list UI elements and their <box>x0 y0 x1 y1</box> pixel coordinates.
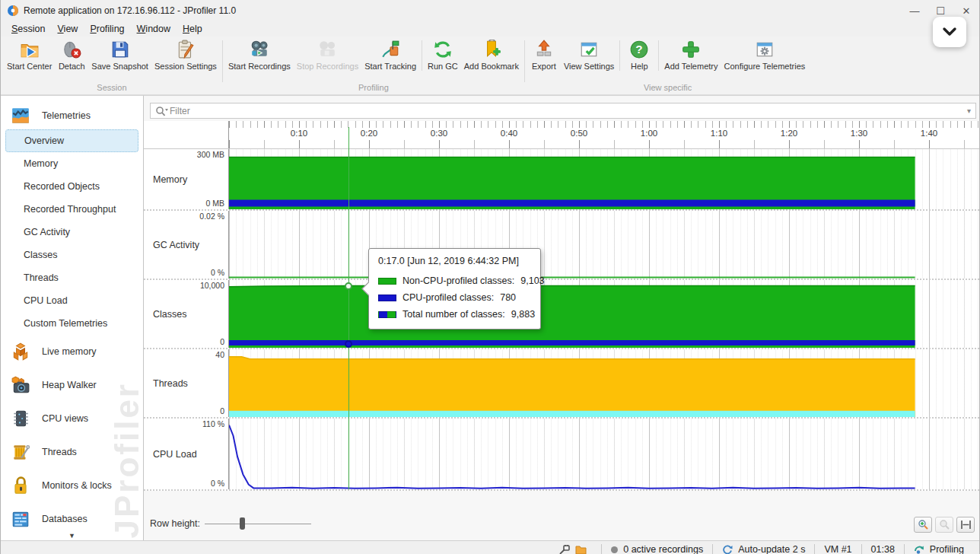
chevron-down-icon <box>941 27 958 37</box>
zoom-out-icon <box>939 519 950 530</box>
minimize-button[interactable]: — <box>902 0 928 21</box>
threads-chart[interactable] <box>229 349 979 417</box>
time-axis[interactable]: 0:100:200:300:400:501:001:101:201:301:40 <box>229 121 979 148</box>
sidebar-item-overview[interactable]: Overview <box>5 129 138 152</box>
menu-window[interactable]: Window <box>131 22 177 36</box>
start-tracking-button[interactable]: Start Tracking <box>361 37 419 83</box>
heap-walker-icon <box>10 375 31 395</box>
jprofiler-window: Remote application on 172.16.96.112 - JP… <box>0 0 980 554</box>
filter-input[interactable] <box>168 105 964 117</box>
toolbar-group-label: Profiling <box>224 83 523 94</box>
row-height-slider[interactable] <box>205 517 311 530</box>
button-label: Start Tracking <box>364 62 416 71</box>
zoom-in-button[interactable] <box>914 517 932 533</box>
time-axis-labels: 0:100:200:300:400:501:001:101:201:301:40 <box>229 129 979 139</box>
telemetry-row-gc-activity: GC Activity 0.02 % 0 % <box>144 211 979 280</box>
scale-min: 0 % <box>211 268 224 277</box>
session-settings-button[interactable]: Session Settings <box>151 37 220 83</box>
add-bookmark-icon <box>482 40 501 59</box>
fit-width-button[interactable] <box>956 517 975 533</box>
sidebar-item-classes[interactable]: Classes <box>1 244 143 266</box>
start-center-button[interactable]: Start Center <box>4 37 55 83</box>
configure-telemetries-button[interactable]: Configure Telemetries <box>721 37 808 83</box>
sidebar-item-label: Databases <box>42 514 88 524</box>
stop-recordings-icon <box>317 40 337 59</box>
vm-label: VM #1 <box>824 544 851 554</box>
vm-indicator: VM #1 <box>824 544 851 554</box>
sidebar-item-recorded-throughput[interactable]: Recorded Throughput <box>1 198 143 221</box>
filter-dropdown-icon[interactable]: ▾ <box>967 107 971 115</box>
filter-bar: ▾ <box>150 103 976 119</box>
session-settings-icon <box>176 40 196 59</box>
view-settings-button[interactable]: View Settings <box>561 37 617 83</box>
sidebar-item-live-memory[interactable]: Live memory <box>1 335 143 368</box>
scale-min: 0 % <box>211 479 224 488</box>
axis-label: 0:20 <box>361 129 377 138</box>
view-settings-icon <box>579 40 599 59</box>
help-icon: ? <box>629 40 649 59</box>
help-button[interactable]: ? Help <box>622 37 656 83</box>
button-label: Detach <box>59 62 85 71</box>
telemetry-row-classes: Classes 10,000 0 <box>144 280 979 349</box>
add-telemetry-button[interactable]: Add Telemetry <box>661 37 721 83</box>
add-bookmark-button[interactable]: Add Bookmark <box>461 37 522 83</box>
menu-profiling[interactable]: Profiling <box>84 22 130 36</box>
live-memory-icon <box>10 342 31 361</box>
start-recordings-button[interactable]: Start Recordings <box>225 37 294 83</box>
axis-label: 0:40 <box>501 129 517 138</box>
menu-help[interactable]: Help <box>177 22 208 36</box>
button-label: Run GC <box>428 62 458 71</box>
sidebar-item-recorded-objects[interactable]: Recorded Objects <box>1 175 143 198</box>
menu-session[interactable]: Session <box>5 22 51 36</box>
gc-activity-chart[interactable] <box>229 211 979 279</box>
telemetry-row-cpu-load: CPU Load 110 % 0 % <box>144 419 979 491</box>
row-height-slider-handle[interactable] <box>240 517 245 530</box>
svg-text:?: ? <box>636 43 643 56</box>
sidebar-item-custom-telemetries[interactable]: Custom Telemetries <box>1 312 143 335</box>
row-title-memory: Memory <box>153 174 187 185</box>
profiling-state-icon <box>914 544 924 554</box>
statusbar-separator <box>814 544 815 554</box>
button-label: Configure Telemetries <box>724 62 805 71</box>
sidebar-item-memory[interactable]: Memory <box>1 152 143 175</box>
sidebar-item-threads-view[interactable]: Threads <box>1 435 143 469</box>
statusbar-separator <box>904 544 905 554</box>
toolbar-separator <box>658 40 659 71</box>
connection-indicator <box>559 544 592 554</box>
sidebar-item-heap-walker[interactable]: Heap Walker <box>1 368 143 402</box>
elapsed-time-label: 01:38 <box>871 544 895 554</box>
telemetries-icon <box>10 106 31 126</box>
scale-max: 10,000 <box>200 281 224 290</box>
scale-max: 300 MB <box>197 150 224 159</box>
telemetry-row-threads: Threads 40 0 <box>144 349 979 419</box>
collapse-panel-button[interactable] <box>933 17 966 47</box>
telemetry-charts: 0:100:200:300:400:501:001:101:201:301:40… <box>144 121 979 491</box>
time-axis-label-cell <box>144 121 229 148</box>
sidebar-item-gc-activity[interactable]: GC Activity <box>1 221 143 244</box>
scale-max: 40 <box>215 350 224 359</box>
start-recordings-icon <box>250 40 269 59</box>
save-snapshot-button[interactable]: Save Snapshot <box>88 37 151 83</box>
sidebar-item-cpu-views[interactable]: CPU views <box>1 402 143 435</box>
button-label: Session Settings <box>154 62 217 71</box>
sidebar-scroll-more-indicator[interactable]: ▼ <box>1 532 143 540</box>
cpu-load-chart[interactable] <box>229 419 979 489</box>
profiling-state-label: Profiling <box>930 544 964 554</box>
detach-button[interactable]: Detach <box>55 37 88 83</box>
sidebar-section-telemetries[interactable]: Telemetries <box>1 96 143 129</box>
classes-chart[interactable] <box>229 280 979 348</box>
sidebar-section-label: Telemetries <box>42 110 91 121</box>
sidebar-item-cpu-load[interactable]: CPU Load <box>1 289 143 312</box>
memory-chart[interactable] <box>229 149 979 209</box>
configure-telemetries-icon <box>755 40 775 59</box>
menu-view[interactable]: View <box>51 22 84 36</box>
start-tracking-icon <box>380 40 400 59</box>
sidebar-item-databases[interactable]: Databases <box>1 502 143 536</box>
sidebar-item-monitors-locks[interactable]: Monitors & locks <box>1 469 143 502</box>
sidebar-item-threads[interactable]: Threads <box>1 266 143 289</box>
auto-update-label: Auto-update 2 s <box>738 544 805 554</box>
stop-recordings-button: Stop Recordings <box>294 37 361 83</box>
run-gc-button[interactable]: Run GC <box>425 37 461 83</box>
export-button[interactable]: Export <box>527 37 561 83</box>
search-icon[interactable] <box>155 106 168 116</box>
